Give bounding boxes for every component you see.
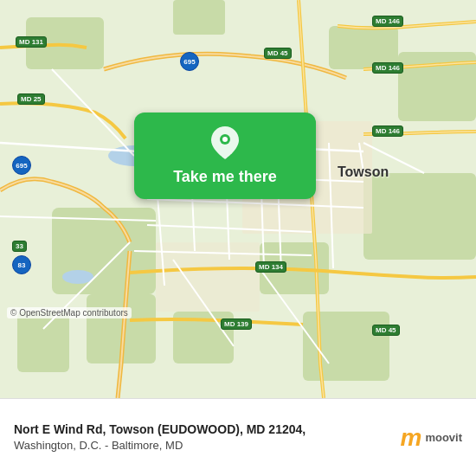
moovit-logo: m moovit	[400, 424, 462, 452]
highway-badge-i83: 83	[12, 255, 31, 274]
highway-badge-md146-1: MD 146	[372, 16, 403, 27]
svg-point-13	[62, 270, 93, 284]
svg-rect-2	[173, 0, 225, 35]
highway-badge-i695-2: 695	[12, 156, 31, 175]
highway-badge-md139: MD 139	[221, 318, 252, 330]
location-pin-icon	[211, 126, 239, 163]
svg-rect-9	[17, 312, 69, 372]
moovit-brand-text: moovit	[425, 431, 462, 444]
info-bar: Nort E Wind Rd, Towson (EUDOWOOD), MD 21…	[0, 398, 476, 476]
cta-label: Take me there	[173, 168, 277, 186]
osm-attribution: © OpenStreetMap contributors	[7, 307, 132, 318]
moovit-m-letter: m	[400, 424, 421, 452]
svg-rect-5	[363, 173, 476, 260]
take-me-there-button[interactable]: Take me there	[134, 113, 316, 199]
highway-badge-md146-2: MD 146	[372, 62, 403, 74]
address-line: Nort E Wind Rd, Towson (EUDOWOOD), MD 21…	[14, 421, 386, 439]
highway-badge-md134: MD 134	[255, 261, 286, 273]
highway-badge-md25: MD 25	[17, 93, 45, 105]
highway-badge-md146-3: MD 146	[372, 125, 403, 137]
highway-badge-md131: MD 131	[16, 36, 47, 48]
town-label: Towson	[338, 164, 389, 180]
highway-badge-md45-2: MD 45	[372, 325, 400, 336]
highway-badge-i695-1: 695	[180, 52, 199, 71]
address-info: Nort E Wind Rd, Towson (EUDOWOOD), MD 21…	[14, 421, 386, 454]
map-container: Towson MD 146 MD 146 MD 146 MD 131 MD 25…	[0, 0, 476, 398]
highway-badge-33: 33	[12, 241, 27, 252]
svg-point-36	[222, 137, 228, 142]
highway-badge-md45-1: MD 45	[264, 48, 292, 59]
city-line: Washington, D.C. - Baltimore, MD	[14, 438, 386, 453]
